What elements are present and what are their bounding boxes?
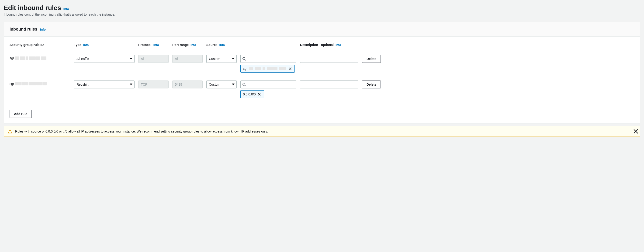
source-token[interactable]: sg- [240,65,295,73]
warning-alert: Rules with source of 0.0.0.0/0 or ::/0 a… [4,126,640,137]
panel-info-link[interactable]: Info [40,28,46,31]
rule-id-prefix: sgr [10,56,14,60]
svg-point-9 [10,132,10,133]
page-subtitle: Inbound rules control the incoming traff… [4,13,640,16]
protocol-input [138,55,168,63]
inbound-rules-panel: Inbound rules Info Security group rule I… [4,22,640,124]
col-description: Description - optional Info [300,42,358,48]
remove-token-icon[interactable] [288,67,292,71]
source-mode-select[interactable]: Custom [206,55,237,63]
rule-id-prefix: sgr- [10,82,15,86]
chevron-down-icon [232,84,234,85]
description-input[interactable] [300,81,358,88]
delete-button[interactable]: Delete [362,55,381,63]
source-search-input[interactable] [240,55,296,63]
remove-token-icon[interactable] [257,92,262,96]
col-port-range-label: Port range [172,42,189,48]
page-title: Edit inbound rules [4,4,61,12]
type-select[interactable]: All traffic [74,55,134,63]
delete-button[interactable]: Delete [362,81,381,88]
chevron-down-icon [130,58,132,60]
close-icon[interactable] [634,129,638,134]
warning-text: Rules with source of 0.0.0.0/0 or ::/0 a… [15,129,268,133]
source-search-input[interactable] [240,81,296,88]
rule-row: sgr- Redshift Custom [10,79,634,104]
type-select-value: Redshift [76,83,88,86]
col-type: Type Info [74,42,134,48]
panel-heading: Inbound rules [10,27,37,32]
source-mode-select[interactable]: Custom [206,81,237,88]
col-source: Source Info [206,42,237,48]
source-token[interactable]: 0.0.0.0/0 [240,90,264,98]
protocol-input [138,81,168,88]
port-range-input [172,55,202,63]
source-token-text: sg- [243,67,248,71]
source-token-text: 0.0.0.0/0 [243,92,256,96]
rule-id: sgr- [10,81,70,86]
col-protocol-info[interactable]: Info [154,43,159,48]
col-description-label: Description - optional [300,42,334,48]
chevron-down-icon [130,84,132,85]
col-protocol: Protocol Info [138,42,168,48]
description-input[interactable] [300,55,358,63]
source-mode-value: Custom [209,57,220,61]
source-mode-value: Custom [209,83,220,86]
rule-row: sgr All traffic Custom [10,53,634,79]
add-rule-button[interactable]: Add rule [10,110,32,118]
col-port-range-info[interactable]: Info [190,43,196,48]
col-source-label: Source [206,42,217,48]
col-type-label: Type [74,42,81,48]
chevron-down-icon [232,58,234,60]
col-port-range: Port range Info [172,42,202,48]
col-type-info[interactable]: Info [83,43,89,48]
type-select[interactable]: Redshift [74,81,134,88]
col-rule-id-label: Security group rule ID [10,42,44,48]
warning-icon [8,129,12,134]
type-select-value: All traffic [76,57,89,61]
col-protocol-label: Protocol [138,42,152,48]
rule-id: sgr [10,55,70,60]
col-source-info[interactable]: Info [219,43,225,48]
port-range-input [172,81,202,88]
col-rule-id: Security group rule ID [10,42,70,48]
col-description-info[interactable]: Info [336,43,341,48]
page-info-link[interactable]: Info [64,7,69,11]
